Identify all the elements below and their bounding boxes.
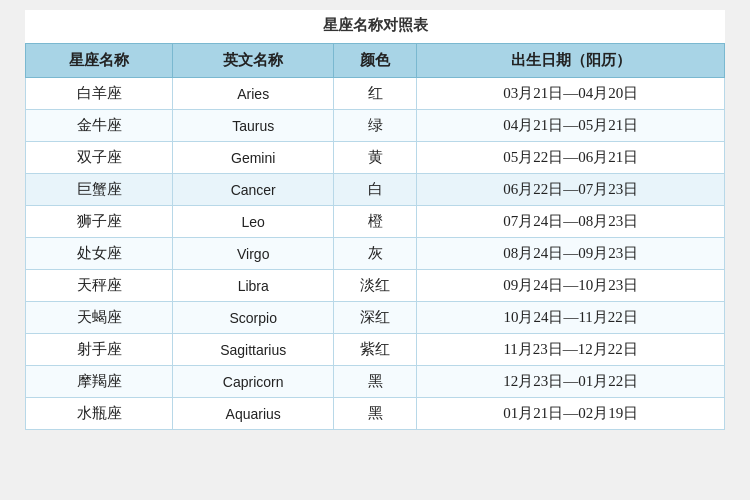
english-name: Leo <box>173 206 334 238</box>
english-name: Capricorn <box>173 366 334 398</box>
table-row: 巨蟹座Cancer白06月22日—07月23日 <box>26 174 725 206</box>
color-value: 白 <box>334 174 417 206</box>
chinese-name: 巨蟹座 <box>26 174 173 206</box>
chinese-name: 天秤座 <box>26 270 173 302</box>
table-row: 水瓶座Aquarius黑01月21日—02月19日 <box>26 398 725 430</box>
color-value: 绿 <box>334 110 417 142</box>
chinese-name: 处女座 <box>26 238 173 270</box>
chinese-name: 水瓶座 <box>26 398 173 430</box>
table-row: 白羊座Aries红03月21日—04月20日 <box>26 78 725 110</box>
english-name: Gemini <box>173 142 334 174</box>
color-value: 红 <box>334 78 417 110</box>
english-name: Taurus <box>173 110 334 142</box>
chinese-name: 射手座 <box>26 334 173 366</box>
table-row: 射手座Sagittarius紫红11月23日—12月22日 <box>26 334 725 366</box>
date-range: 05月22日—06月21日 <box>417 142 725 174</box>
zodiac-table: 星座名称 英文名称 颜色 出生日期（阳历） 白羊座Aries红03月21日—04… <box>25 43 725 430</box>
date-range: 03月21日—04月20日 <box>417 78 725 110</box>
chinese-name: 天蝎座 <box>26 302 173 334</box>
date-range: 11月23日—12月22日 <box>417 334 725 366</box>
date-range: 01月21日—02月19日 <box>417 398 725 430</box>
table-row: 处女座Virgo灰08月24日—09月23日 <box>26 238 725 270</box>
chinese-name: 摩羯座 <box>26 366 173 398</box>
color-value: 黑 <box>334 366 417 398</box>
date-range: 07月24日—08月23日 <box>417 206 725 238</box>
table-row: 金牛座Taurus绿04月21日—05月21日 <box>26 110 725 142</box>
chinese-name: 狮子座 <box>26 206 173 238</box>
table-row: 双子座Gemini黄05月22日—06月21日 <box>26 142 725 174</box>
table-row: 天秤座Libra淡红09月24日—10月23日 <box>26 270 725 302</box>
chinese-name: 双子座 <box>26 142 173 174</box>
english-name: Aquarius <box>173 398 334 430</box>
english-name: Virgo <box>173 238 334 270</box>
date-range: 09月24日—10月23日 <box>417 270 725 302</box>
color-value: 黑 <box>334 398 417 430</box>
color-value: 黄 <box>334 142 417 174</box>
col-header-dates: 出生日期（阳历） <box>417 44 725 78</box>
chinese-name: 金牛座 <box>26 110 173 142</box>
table-row: 天蝎座Scorpio深红10月24日—11月22日 <box>26 302 725 334</box>
table-header-row: 星座名称 英文名称 颜色 出生日期（阳历） <box>26 44 725 78</box>
color-value: 深红 <box>334 302 417 334</box>
col-header-english: 英文名称 <box>173 44 334 78</box>
english-name: Aries <box>173 78 334 110</box>
color-value: 灰 <box>334 238 417 270</box>
color-value: 橙 <box>334 206 417 238</box>
english-name: Scorpio <box>173 302 334 334</box>
english-name: Sagittarius <box>173 334 334 366</box>
color-value: 紫红 <box>334 334 417 366</box>
date-range: 04月21日—05月21日 <box>417 110 725 142</box>
col-header-color: 颜色 <box>334 44 417 78</box>
date-range: 06月22日—07月23日 <box>417 174 725 206</box>
color-value: 淡红 <box>334 270 417 302</box>
main-container: 星座名称对照表 星座名称 英文名称 颜色 出生日期（阳历） 白羊座Aries红0… <box>25 10 725 430</box>
chinese-name: 白羊座 <box>26 78 173 110</box>
date-range: 12月23日—01月22日 <box>417 366 725 398</box>
table-row: 狮子座Leo橙07月24日—08月23日 <box>26 206 725 238</box>
date-range: 08月24日—09月23日 <box>417 238 725 270</box>
table-row: 摩羯座Capricorn黑12月23日—01月22日 <box>26 366 725 398</box>
col-header-chinese: 星座名称 <box>26 44 173 78</box>
english-name: Libra <box>173 270 334 302</box>
english-name: Cancer <box>173 174 334 206</box>
date-range: 10月24日—11月22日 <box>417 302 725 334</box>
page-title: 星座名称对照表 <box>25 10 725 43</box>
